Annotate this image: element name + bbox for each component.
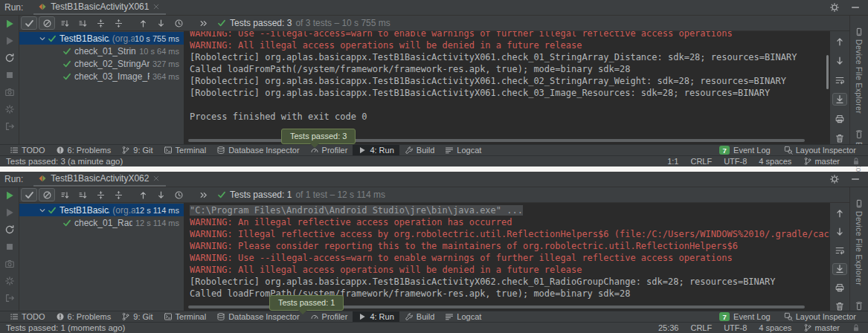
stop-button[interactable] bbox=[4, 242, 15, 252]
status-item[interactable]: UTF-8 bbox=[724, 157, 747, 166]
more-actions bbox=[199, 19, 208, 28]
rerun-failed-tests-button[interactable] bbox=[4, 36, 15, 46]
console-vertical-scrollbar[interactable] bbox=[826, 55, 829, 89]
run-label: Run: bbox=[4, 174, 23, 184]
git-branch-widget[interactable]: master bbox=[803, 323, 840, 332]
tool-window-button[interactable]: 4: Run bbox=[353, 311, 399, 322]
database bbox=[216, 146, 225, 155]
minimize-icon[interactable] bbox=[850, 174, 861, 184]
chevron-down-icon[interactable] bbox=[39, 35, 46, 42]
console-line: WARNING: An illegal reflective access op… bbox=[190, 216, 830, 228]
tool-window-button[interactable]: Database Inspector bbox=[211, 145, 304, 155]
rerun-failed-tests-button[interactable] bbox=[4, 207, 15, 218]
tests-passed-balloon: Tests passed: 3 bbox=[281, 129, 356, 144]
run-tab-x062[interactable]: TestB1BasicActivityX062 bbox=[33, 172, 166, 187]
gear-icon[interactable] bbox=[829, 174, 840, 184]
right-tool-tab[interactable]: Device File Explorer bbox=[855, 199, 864, 285]
exit-button[interactable] bbox=[4, 121, 15, 132]
tool-window-button[interactable]: Database Inspector bbox=[211, 311, 304, 322]
right-tool-tab[interactable]: Device File Explorer bbox=[855, 28, 864, 114]
profiler bbox=[310, 312, 319, 321]
rerun-button[interactable] bbox=[4, 19, 15, 29]
emulator bbox=[855, 302, 864, 311]
runsmall bbox=[358, 312, 367, 321]
panel-separator bbox=[0, 166, 868, 172]
test-tree-row[interactable]: check_01_StringArray_Distance 10 s 64 ms bbox=[19, 45, 184, 57]
profile-button[interactable] bbox=[4, 276, 15, 286]
summary-details: of 1 test – 12 s 114 ms bbox=[295, 190, 385, 200]
tool-window-button[interactable]: 9: Git bbox=[116, 311, 158, 322]
event-log-button[interactable]: 7 Event Log bbox=[719, 312, 771, 321]
ide-window: Run: TestB1BasicActivityX061 bbox=[0, 0, 868, 333]
console-line: Process finished with exit code 0 bbox=[190, 111, 830, 123]
minimize-icon[interactable] bbox=[850, 2, 861, 13]
runsmall bbox=[358, 146, 367, 155]
tool-window-button[interactable]: Profiler bbox=[305, 311, 353, 322]
test-tree-row[interactable]: TestB1BasicActivityX062 (org.aplas.t 12 … bbox=[19, 204, 184, 216]
console-line: Called loadFromPath(/system/framework/fr… bbox=[190, 63, 830, 75]
test-passed-icon bbox=[62, 219, 71, 227]
status-item[interactable]: CRLF bbox=[690, 157, 712, 166]
test-tree-row[interactable]: check_03_Image_Resources 364 ms bbox=[19, 70, 184, 83]
layout-inspector-icon bbox=[784, 312, 793, 321]
tool-window-button[interactable]: 9: Git bbox=[116, 145, 158, 155]
tool-window-button[interactable]: Logcat bbox=[440, 311, 486, 322]
run-config-icon bbox=[38, 2, 47, 11]
run-panel-x061: Run: TestB1BasicActivityX061 bbox=[0, 0, 868, 166]
tool-window-button[interactable]: Build bbox=[399, 311, 440, 322]
scroll-to-end-button bbox=[835, 264, 845, 274]
clear-all-button bbox=[835, 301, 845, 311]
tool-window-button[interactable]: Terminal bbox=[158, 145, 212, 155]
test-name: check_03_Image_Resources bbox=[74, 71, 150, 82]
toggle-auto-test-button[interactable] bbox=[4, 53, 15, 63]
stop-button[interactable] bbox=[4, 70, 15, 80]
todo bbox=[10, 312, 19, 321]
test-duration: 12 s 114 ms bbox=[135, 206, 184, 215]
status-item[interactable]: 4 spaces bbox=[759, 323, 791, 332]
close-icon[interactable] bbox=[152, 3, 160, 10]
test-history bbox=[174, 190, 184, 200]
console-output[interactable]: WARNING: Use --illegal-access=warn to en… bbox=[184, 31, 830, 144]
test-passed-icon bbox=[62, 59, 71, 68]
tool-window-button[interactable]: Logcat bbox=[440, 145, 486, 155]
chevron-down-icon[interactable] bbox=[39, 207, 46, 214]
layout-inspector-button[interactable]: Layout Inspector bbox=[784, 312, 856, 321]
rerun-button[interactable] bbox=[4, 190, 15, 201]
caret-position[interactable]: 1:1 bbox=[667, 157, 678, 166]
event-log-button[interactable]: 7 Event Log bbox=[719, 146, 771, 155]
console-line: WARNING: Please consider reporting this … bbox=[190, 240, 830, 252]
run-config-icon bbox=[38, 174, 47, 183]
exit-button[interactable] bbox=[4, 293, 15, 303]
test-tree-row[interactable]: check_02_StringArray_Weight 327 ms bbox=[19, 57, 184, 70]
device bbox=[855, 199, 864, 208]
status-item[interactable]: CRLF bbox=[690, 323, 712, 332]
gear-icon[interactable] bbox=[829, 2, 840, 13]
tool-window-button[interactable]: Terminal bbox=[158, 311, 212, 322]
sort-by-duration bbox=[78, 19, 88, 28]
test-passed-icon bbox=[62, 47, 71, 56]
status-item[interactable]: 4 spaces bbox=[759, 157, 791, 166]
close-icon[interactable] bbox=[152, 175, 160, 182]
toggle-auto-test-button[interactable] bbox=[4, 224, 15, 235]
status-item[interactable]: UTF-8 bbox=[724, 323, 747, 332]
caret-position[interactable]: 25:36 bbox=[658, 323, 679, 332]
tool-window-bar: TODO 6: Problems 9: Git Terminal Databas… bbox=[0, 144, 868, 155]
test-tree-row[interactable]: check_01_RadioGroupChange 12 s 114 ms bbox=[19, 216, 184, 229]
run-tab-x061[interactable]: TestB1BasicActivityX061 bbox=[33, 0, 166, 15]
git-branch-widget[interactable]: master bbox=[803, 157, 840, 166]
test-tree-row[interactable]: TestB1BasicActivityX061 (org.aplas.t 10 … bbox=[19, 32, 184, 45]
tool-window-button[interactable]: 4: Run bbox=[353, 145, 399, 155]
tool-window-button[interactable]: TODO bbox=[4, 145, 51, 155]
tool-window-button[interactable]: TODO bbox=[4, 311, 51, 322]
console-toolbar bbox=[830, 31, 849, 144]
screenshot-button[interactable] bbox=[4, 87, 15, 97]
tool-window-button[interactable]: 6: Problems bbox=[51, 311, 117, 322]
tool-window-button[interactable]: Build bbox=[399, 145, 440, 155]
layout-inspector-button[interactable]: Layout Inspector bbox=[784, 146, 856, 155]
event-log-badge: 7 bbox=[719, 312, 730, 321]
layout-inspector-icon bbox=[784, 146, 793, 155]
tool-window-button[interactable]: 6: Problems bbox=[51, 145, 117, 155]
profile-button[interactable] bbox=[4, 104, 15, 114]
todo bbox=[10, 146, 19, 155]
screenshot-button[interactable] bbox=[4, 259, 15, 269]
